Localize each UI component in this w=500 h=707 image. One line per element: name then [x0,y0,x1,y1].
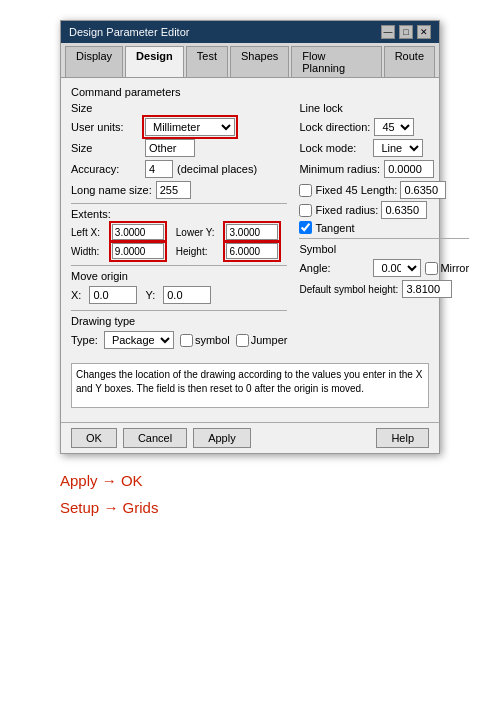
fixed-radius-row: Fixed radius: [299,201,469,219]
extents-grid: Left X: Lower Y: Width: Height: [71,224,287,259]
section-command: Command parameters [71,86,429,98]
dialog-title: Design Parameter Editor [69,26,189,38]
fixed-radius-checkbox[interactable] [299,204,312,217]
symbol-section: Symbol [299,243,469,255]
drawing-type-label: Drawing type [71,315,287,327]
lock-direction-row: Lock direction: 45 90 [299,118,469,136]
titlebar: Design Parameter Editor — □ ✕ [61,21,439,43]
angle-row: Angle: 0.0000 Mirror [299,259,469,277]
tab-test[interactable]: Test [186,46,228,77]
height-input[interactable] [226,243,278,259]
default-height-label: Default symbol height: [299,284,398,295]
dialog-body: Command parameters Size User units: Mill… [61,78,439,422]
default-height-input[interactable] [402,280,452,298]
long-name-input[interactable] [156,181,191,199]
titlebar-controls: — □ ✕ [381,25,431,39]
min-radius-row: Minimum radius: [299,160,469,178]
instruction-2-arrow: → [103,499,122,516]
size-label: Size [71,142,141,154]
mirror-row[interactable]: Mirror [425,262,469,275]
jumper-check-row[interactable]: Jumper [236,334,288,347]
min-radius-input[interactable] [384,160,434,178]
tangent-checkbox[interactable] [299,221,312,234]
param-desc-text: Changes the location of the drawing acco… [76,369,422,394]
size-input[interactable] [145,139,195,157]
move-origin-row: X: Y: [71,286,287,304]
fixed45-label: Fixed 45 Length: [315,184,397,196]
type-dropdown[interactable]: Package Module [104,331,174,349]
user-units-dropdown[interactable]: Millimeter Inch [145,118,235,136]
close-button[interactable]: ✕ [417,25,431,39]
fixed45-input[interactable] [400,181,446,199]
move-x-input[interactable] [89,286,137,304]
instruction-1: Apply → OK [60,472,440,489]
width-input[interactable] [112,243,164,259]
y-label: Y: [145,289,155,301]
mirror-checkbox[interactable] [425,262,438,275]
col-right: Line lock Lock direction: 45 90 Lock mod… [299,102,469,355]
long-name-label: Long name size: [71,184,152,196]
x-label: X: [71,289,81,301]
user-units-row: User units: Millimeter Inch [71,118,287,136]
tab-route[interactable]: Route [384,46,435,77]
accuracy-label: Accuracy: [71,163,141,175]
param-description: Changes the location of the drawing acco… [71,363,429,408]
accuracy-row: Accuracy: (decimal places) [71,160,287,178]
instruction-2: Setup → Grids [60,499,440,516]
symbol-check-row[interactable]: symbol [180,334,230,347]
tab-design[interactable]: Design [125,46,184,77]
instruction-1-text: Apply [60,472,98,489]
fixed45-checkbox[interactable] [299,184,312,197]
help-button[interactable]: Help [376,428,429,448]
size-row: Size [71,139,287,157]
width-label: Width: [71,246,109,257]
main-columns: Size User units: Millimeter Inch Size A [71,102,429,355]
default-height-row: Default symbol height: [299,280,469,298]
tab-shapes[interactable]: Shapes [230,46,289,77]
jumper-checkbox[interactable] [236,334,249,347]
accuracy-note: (decimal places) [177,163,257,175]
angle-dropdown[interactable]: 0.0000 [373,259,421,277]
fixed-radius-input[interactable] [381,201,427,219]
tab-flow-planning[interactable]: Flow Planning [291,46,381,77]
tangent-label: Tangent [315,222,354,234]
fixed-radius-label: Fixed radius: [315,204,378,216]
lock-mode-row: Lock mode: Line [299,139,469,157]
lock-direction-label: Lock direction: [299,121,370,133]
restore-button[interactable]: □ [399,25,413,39]
left-label: Left X: [71,227,109,238]
instruction-2-text: Setup [60,499,99,516]
fixed45-row: Fixed 45 Length: [299,181,469,199]
accuracy-input[interactable] [145,160,173,178]
left-x-input[interactable] [112,224,164,240]
lock-mode-label: Lock mode: [299,142,369,154]
minimize-button[interactable]: — [381,25,395,39]
drawing-type-row: Type: Package Module symbol Jumper [71,331,287,349]
lock-mode-dropdown[interactable]: Line [373,139,423,157]
apply-button[interactable]: Apply [193,428,251,448]
lower-y-input[interactable] [226,224,278,240]
move-y-input[interactable] [163,286,211,304]
min-radius-label: Minimum radius: [299,163,380,175]
move-origin-label: Move origin [71,270,287,282]
lock-direction-dropdown[interactable]: 45 90 [374,118,414,136]
cancel-button[interactable]: Cancel [123,428,187,448]
instruction-2-target: Grids [123,499,159,516]
user-units-label: User units: [71,121,141,133]
symbol-checkbox[interactable] [180,334,193,347]
type-label: Type: [71,334,98,346]
tangent-row: Tangent [299,221,469,234]
instruction-1-arrow: → [102,472,121,489]
height-label: Height: [176,246,224,257]
lower-label: Lower Y: [176,227,224,238]
dialog-buttons: OK Cancel Apply Help [61,422,439,453]
extents-section-label: Extents: [71,208,287,220]
ok-button[interactable]: OK [71,428,117,448]
angle-label: Angle: [299,262,369,274]
instruction-1-target: OK [121,472,143,489]
design-parameter-editor-dialog: Design Parameter Editor — □ ✕ Display De… [60,20,440,454]
tab-bar: Display Design Test Shapes Flow Planning… [61,43,439,78]
instructions: Apply → OK Setup → Grids [60,472,440,526]
size-section-label: Size [71,102,287,114]
tab-display[interactable]: Display [65,46,123,77]
